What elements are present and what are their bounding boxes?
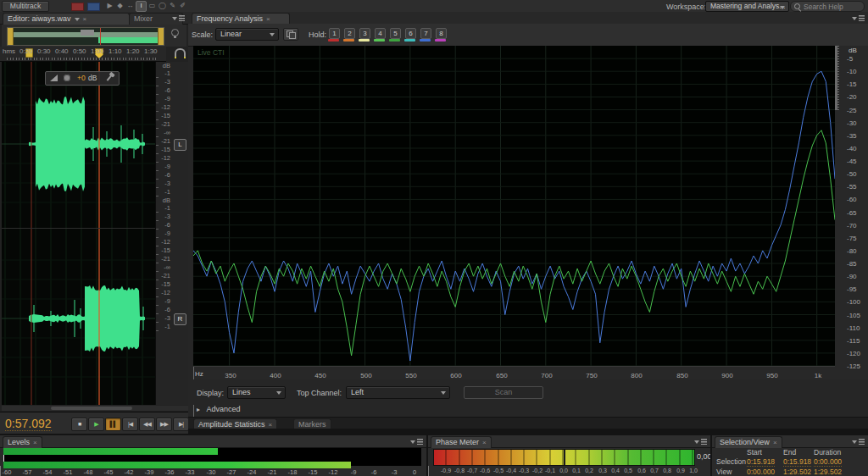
- waveform-display[interactable]: [2, 62, 155, 405]
- paintbrush-tool-icon[interactable]: ✎: [168, 1, 177, 10]
- scan-button[interactable]: Scan: [464, 386, 543, 399]
- ruler-tick: [46, 58, 47, 60]
- waveform-hscrollbar[interactable]: [2, 406, 188, 411]
- hz-axis-label: 400: [267, 372, 284, 379]
- hold-6-button[interactable]: 6: [405, 28, 416, 39]
- levels-scale-label: -30: [204, 468, 218, 476]
- levels-scale-label: -9: [347, 468, 360, 476]
- skip-to-previous-button[interactable]: |◀: [122, 418, 138, 431]
- hud-gain-value[interactable]: +0: [77, 74, 86, 82]
- panel-menu-icon[interactable]: [172, 14, 185, 22]
- lasso-selection-tool-icon[interactable]: ◯: [158, 1, 167, 10]
- marquee-selection-tool-icon[interactable]: ▭: [147, 1, 157, 10]
- close-icon[interactable]: ×: [269, 421, 273, 429]
- tab-frequency-analysis[interactable]: Frequency Analysis×: [192, 13, 290, 25]
- selection-end-value[interactable]: 0:15.918: [783, 457, 811, 467]
- fast-forward-button[interactable]: ▶▶: [156, 418, 172, 431]
- ruler-tick: [117, 58, 118, 60]
- bulb-icon[interactable]: [171, 29, 179, 36]
- hscroll-thumb[interactable]: [51, 407, 132, 410]
- time-display[interactable]: 0:57.092: [5, 417, 52, 431]
- hold-2-button[interactable]: 2: [344, 28, 355, 39]
- db-axis-label: -15: [847, 80, 857, 88]
- overview-playhead[interactable]: [100, 28, 101, 45]
- tab-amplitude-statistics[interactable]: Amplitude Statistics×: [193, 418, 277, 429]
- db-axis-label: -55: [847, 183, 857, 191]
- overview-handle-left[interactable]: [8, 28, 14, 45]
- overview-track[interactable]: [7, 27, 164, 46]
- selection-duration-value[interactable]: 0:00.000: [814, 457, 842, 467]
- multitrack-editor-icon[interactable]: [87, 3, 100, 11]
- hold-4-button[interactable]: 4: [375, 28, 386, 39]
- view-start-value[interactable]: 0:00.000: [747, 468, 775, 476]
- spot-healing-tool-icon[interactable]: ✐: [178, 1, 187, 10]
- close-icon[interactable]: ×: [482, 439, 487, 446]
- panel-menu-icon[interactable]: [852, 438, 865, 446]
- panel-menu-icon[interactable]: [694, 438, 707, 446]
- panel-menu-icon[interactable]: [410, 438, 423, 446]
- tab-markers[interactable]: Markers: [293, 418, 331, 429]
- search-help-box[interactable]: Search Help: [790, 1, 865, 12]
- workspace-dropdown[interactable]: Mastering and Analys...: [705, 1, 789, 12]
- overview-handle-right[interactable]: [158, 28, 164, 45]
- hold-1-button[interactable]: 1: [329, 28, 340, 39]
- scale-dropdown[interactable]: Linear: [215, 28, 279, 41]
- amplitude-scale-label: -1: [156, 188, 170, 196]
- advanced-disclosure[interactable]: ▸ Advanced: [197, 405, 241, 415]
- hz-axis-label: 650: [493, 372, 510, 379]
- skip-to-next-button[interactable]: ▶|: [173, 418, 188, 431]
- fade-ramp-icon[interactable]: [50, 75, 58, 81]
- tab-selection-view[interactable]: Selection/View×: [715, 436, 782, 448]
- levels-scale-label: -6: [367, 468, 381, 476]
- column-duration: Duration: [814, 448, 841, 457]
- snapshot-button[interactable]: [283, 28, 298, 41]
- ibeam-tool-icon[interactable]: I: [136, 1, 147, 12]
- channel-badge-left[interactable]: L: [174, 139, 186, 151]
- hold-5-button[interactable]: 5: [390, 28, 401, 39]
- ruler-tick: [16, 58, 17, 60]
- close-icon[interactable]: ×: [33, 439, 37, 446]
- gain-hud[interactable]: +0 dB: [45, 71, 120, 86]
- view-end-value[interactable]: 1:29.502: [783, 468, 811, 476]
- display-dropdown[interactable]: Lines: [227, 386, 286, 399]
- db-axis-label: -40: [847, 145, 857, 152]
- channel-divider[interactable]: [2, 228, 155, 229]
- panel-menu-icon[interactable]: [852, 14, 865, 22]
- tab-levels[interactable]: Levels×: [3, 436, 42, 448]
- amplitude-scale-label: -12: [156, 289, 170, 296]
- hold-3-button[interactable]: 3: [359, 28, 370, 39]
- ruler-tick: [84, 58, 85, 60]
- phase-scale-label: -0,2: [531, 468, 544, 473]
- pin-icon[interactable]: [107, 75, 113, 80]
- play-button[interactable]: ▶: [88, 418, 104, 431]
- time-selection-tool-icon[interactable]: ↔: [125, 1, 135, 10]
- tab-editor[interactable]: Editor: aiways.wav×: [3, 13, 130, 25]
- channel-badge-right[interactable]: R: [174, 313, 186, 325]
- ruler-label: 0:50: [73, 47, 86, 55]
- stop-button[interactable]: ■: [71, 418, 87, 431]
- chevron-down-icon[interactable]: [75, 18, 80, 21]
- multitrack-button[interactable]: Multitrack: [2, 1, 49, 12]
- time-ruler[interactable]: hms 0:200:300:400:501:001:101:201:30: [0, 47, 166, 62]
- close-icon[interactable]: ×: [83, 15, 87, 23]
- workspace-label: Workspace:: [666, 3, 706, 11]
- razor-tool-icon[interactable]: ◆: [115, 1, 125, 10]
- gain-knob-icon[interactable]: [64, 75, 70, 81]
- ruler-tick: [131, 58, 132, 60]
- move-tool-icon[interactable]: ▶: [105, 1, 114, 10]
- hold-8-button[interactable]: 8: [436, 28, 447, 39]
- waveform-svg: [2, 62, 155, 405]
- magnet-icon[interactable]: [175, 48, 186, 57]
- close-icon[interactable]: ×: [266, 15, 270, 23]
- amplitude-scale-label: -6: [156, 306, 170, 313]
- tab-phase-meter[interactable]: Phase Meter×: [431, 436, 492, 448]
- selection-start-value[interactable]: 0:15.918: [747, 457, 775, 467]
- top-channel-dropdown[interactable]: Left: [346, 386, 450, 399]
- hold-7-button[interactable]: 7: [420, 28, 431, 39]
- close-icon[interactable]: ×: [773, 439, 777, 446]
- waveform-editor-icon[interactable]: [71, 3, 84, 11]
- view-duration-value[interactable]: 1:29.502: [814, 468, 842, 476]
- pause-button[interactable]: ▌▌: [105, 418, 121, 431]
- overview-wave-bright: [98, 37, 158, 43]
- rewind-button[interactable]: ◀◀: [139, 418, 155, 431]
